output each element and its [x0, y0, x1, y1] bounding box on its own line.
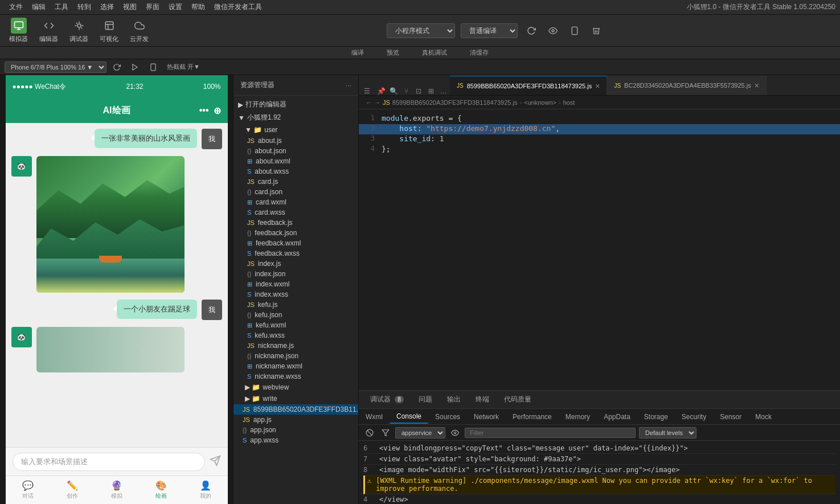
sidebar-toggle-btn[interactable]: ☰	[359, 87, 375, 95]
folder-user[interactable]: ▼ 📁 user	[233, 124, 358, 136]
simulator-btn[interactable]: 模拟器	[9, 18, 28, 43]
chat-area[interactable]: 一张非常美丽的山水风景画 我 🐼	[6, 123, 228, 447]
debugger-btn[interactable]: 调试器	[69, 18, 88, 43]
phone-menu-icon[interactable]: •••	[199, 105, 209, 116]
tab-active-close[interactable]: ×	[595, 81, 600, 91]
file-kefu-json[interactable]: {}kefu.json	[233, 310, 358, 320]
inner-tab-mock[interactable]: Mock	[748, 411, 778, 423]
breadcrumb-back-btn[interactable]: ←	[366, 99, 372, 106]
tab-2-close[interactable]: ×	[755, 81, 759, 90]
inner-tab-sensor[interactable]: Sensor	[713, 411, 748, 423]
menu-help[interactable]: 帮助	[187, 1, 210, 13]
file-app-js[interactable]: JS app.js	[233, 415, 358, 425]
menu-edit[interactable]: 编辑	[27, 1, 50, 13]
file-feedback-wxss[interactable]: Sfeedback.wxss	[233, 248, 358, 259]
devtools-tab-output[interactable]: 输出	[440, 392, 468, 407]
menu-tools[interactable]: 工具	[50, 1, 73, 13]
preview-label[interactable]: 预览	[387, 48, 399, 57]
nav-create[interactable]: ✏️ 创作	[67, 480, 78, 500]
editor-tab-active[interactable]: JS 8599BBB65020A3DFE3FFD3B118473925.js ×	[450, 76, 607, 95]
breadcrumb-unknown[interactable]: <unknown>	[524, 99, 556, 106]
editor-btn[interactable]: 编辑器	[39, 18, 58, 43]
file-nickname-wxml[interactable]: ⊞nickname.wxml	[233, 361, 358, 371]
open-editors-section[interactable]: ▶ 打开的编辑器	[233, 98, 358, 111]
search-btn-editor[interactable]: 🔍	[387, 87, 400, 95]
compile-select[interactable]: 普通编译	[461, 23, 518, 38]
file-index-js[interactable]: JSindex.js	[233, 259, 358, 269]
inner-tab-memory[interactable]: Memory	[559, 411, 597, 423]
visualize-btn[interactable]: 可视化	[100, 18, 118, 43]
compile-label[interactable]: 编译	[351, 48, 364, 57]
file-index-wxml[interactable]: ⊞index.wxml	[233, 279, 358, 289]
menu-file[interactable]: 文件	[5, 1, 27, 13]
file-kefu-js[interactable]: JSkefu.js	[233, 300, 358, 310]
file-card-wxss[interactable]: Scard.wxss	[233, 207, 358, 218]
inner-tab-console[interactable]: Console	[390, 410, 428, 424]
devtools-tab-debugger[interactable]: 调试器 8	[363, 392, 411, 407]
inner-tab-network[interactable]: Network	[467, 411, 506, 423]
file-more-icon[interactable]: ···	[346, 81, 351, 89]
device-selector[interactable]: Phone 6/7/8 Plus 100% 16 ▼	[5, 62, 106, 73]
file-feedback-json[interactable]: {}feedback.json	[233, 228, 358, 238]
inner-tab-sources[interactable]: Sources	[428, 411, 467, 423]
file-feedback-wxml[interactable]: ⊞feedback.wxml	[233, 238, 358, 248]
menu-view[interactable]: 视图	[118, 1, 141, 13]
nav-dialogue[interactable]: 💬 对话	[22, 480, 34, 500]
more-btn[interactable]: …	[437, 87, 450, 95]
file-nickname-json[interactable]: {}nickname.json	[233, 351, 358, 361]
inner-tab-security[interactable]: Security	[675, 411, 713, 423]
inner-tab-appdata[interactable]: AppData	[597, 411, 637, 423]
file-index-wxss[interactable]: Sindex.wxss	[233, 289, 358, 300]
pin-btn[interactable]: 📌	[375, 87, 387, 95]
devtools-tab-quality[interactable]: 代码质量	[497, 392, 538, 407]
console-level-select[interactable]: Default levels	[639, 427, 696, 439]
clear-cache-label[interactable]: 清缓存	[470, 48, 489, 57]
nav-mine[interactable]: 👤 我的	[200, 480, 211, 500]
menu-select[interactable]: 选择	[96, 1, 118, 13]
file-kefu-wxml[interactable]: ⊞kefu.wxml	[233, 320, 358, 330]
file-about-wxml[interactable]: ⊞about.wxml	[233, 156, 358, 166]
console-filter-btn[interactable]	[379, 427, 392, 439]
breadcrumb-fwd-btn[interactable]: →	[374, 99, 380, 106]
tab-btn[interactable]: ⊞	[425, 87, 437, 95]
file-config-js-active[interactable]: JS 8599BBB65020A3DFE3FFD3B11...	[233, 404, 358, 415]
file-app-wxss[interactable]: S app.wxss	[233, 435, 358, 445]
console-eye-btn[interactable]	[449, 427, 461, 439]
preview-eye-btn[interactable]	[545, 23, 561, 39]
screenshot-btn[interactable]: 热截截 开▼	[163, 62, 203, 72]
refresh-btn[interactable]	[523, 23, 539, 39]
split-btn[interactable]: ⊡	[412, 87, 425, 95]
code-editor[interactable]: 1 module.exports = { 2 host: "https://de…	[359, 109, 840, 390]
nav-paint[interactable]: 🎨 绘画	[155, 480, 167, 500]
folder-write[interactable]: ▶ 📁 write	[233, 393, 358, 404]
project-section[interactable]: ▼ 小狐狸1.92	[233, 111, 358, 124]
devtools-tab-terminal[interactable]: 终端	[469, 392, 496, 407]
file-about-json[interactable]: {}about.json	[233, 146, 358, 156]
console-filter-input[interactable]	[465, 428, 636, 438]
scm-btn[interactable]: ⑂	[400, 87, 412, 95]
file-app-json[interactable]: {} app.json	[233, 425, 358, 435]
menu-settings[interactable]: 设置	[164, 1, 187, 13]
nav-simulate[interactable]: 🔮 模拟	[111, 480, 122, 500]
menu-interface[interactable]: 界面	[141, 1, 164, 13]
file-feedback-js[interactable]: JSfeedback.js	[233, 218, 358, 228]
real-test-label[interactable]: 真机调试	[422, 48, 447, 57]
cloud-btn[interactable]: 云开发	[130, 18, 149, 43]
file-index-json[interactable]: {}index.json	[233, 269, 358, 279]
clear-btn[interactable]	[588, 23, 604, 39]
devtools-tab-issues[interactable]: 问题	[412, 392, 439, 407]
sub-device-btn[interactable]	[145, 59, 161, 75]
file-kefu-wxss[interactable]: Skefu.wxss	[233, 330, 358, 341]
inner-tab-wxml[interactable]: Wxml	[359, 411, 390, 423]
console-context-select[interactable]: appservice	[395, 427, 445, 439]
menu-wechat[interactable]: 微信开发者工具	[210, 1, 267, 13]
file-card-json[interactable]: {}card.json	[233, 187, 358, 197]
inner-tab-performance[interactable]: Performance	[506, 411, 559, 423]
file-about-js[interactable]: JSabout.js	[233, 136, 358, 146]
breadcrumb-item3[interactable]: host	[563, 99, 575, 106]
sub-play-btn[interactable]	[127, 59, 143, 75]
file-card-wxml[interactable]: ⊞card.wxml	[233, 197, 358, 207]
inner-tab-storage[interactable]: Storage	[637, 411, 675, 423]
file-nickname-wxss[interactable]: Snickname.wxss	[233, 371, 358, 382]
phone-input[interactable]: 输入要求和场景描述	[13, 453, 205, 471]
